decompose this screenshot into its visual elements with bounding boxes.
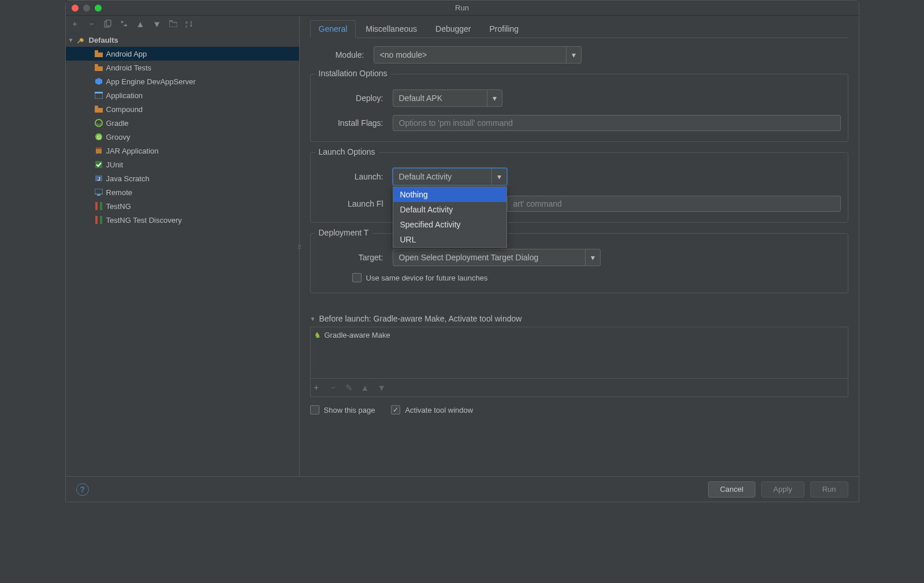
svg-rect-20: [95, 202, 98, 210]
move-up-icon[interactable]: ▲: [136, 19, 145, 29]
tree-item-testng[interactable]: TestNG: [66, 199, 299, 213]
tree-root-defaults[interactable]: ▼ Defaults: [66, 33, 299, 47]
launch-option-default-activity[interactable]: Default Activity: [393, 202, 506, 217]
svg-point-10: [95, 119, 102, 126]
tree-item-testng-test-discovery[interactable]: TestNG Test Discovery: [66, 213, 299, 227]
zoom-window-icon[interactable]: [95, 5, 102, 12]
tree-item-android-app[interactable]: Android App: [66, 47, 299, 61]
module-select[interactable]: <no module> ▾: [374, 46, 582, 63]
tree-item-label: Gradle: [106, 119, 129, 128]
run-configurations-dialog: Run ＋ － ▲ ▼ az ▼ Defaults Android AppAnd…: [65, 0, 859, 502]
sort-alpha-icon[interactable]: az: [185, 20, 193, 28]
chevron-down-icon: ▾: [487, 90, 502, 106]
folder-icon[interactable]: [169, 20, 177, 27]
svg-rect-5: [95, 64, 98, 66]
tab-bar: General Miscellaneous Debugger Profiling: [310, 20, 848, 38]
svg-text:J: J: [98, 176, 100, 182]
tree-item-gradle[interactable]: Gradle: [66, 116, 299, 130]
task-row[interactable]: ♞ Gradle-aware Make: [311, 327, 848, 342]
svg-rect-21: [100, 202, 102, 210]
show-page-label: Show this page: [324, 406, 375, 414]
svg-rect-4: [95, 50, 98, 52]
dialog-footer: ? Cancel Apply Run: [66, 476, 859, 502]
move-down-icon[interactable]: ▼: [152, 19, 161, 29]
installation-options-group: Installation Options Deploy: Default APK…: [310, 74, 848, 142]
before-launch-header: Before launch: Gradle-aware Make, Activa…: [319, 314, 521, 323]
launch-option-nothing[interactable]: Nothing: [393, 187, 506, 202]
add-task-icon[interactable]: ＋: [312, 382, 321, 393]
close-window-icon[interactable]: [72, 5, 79, 12]
sidebar-toolbar: ＋ － ▲ ▼ az: [66, 16, 299, 32]
tree-item-groovy[interactable]: GGroovy: [66, 130, 299, 144]
install-flags-input[interactable]: [393, 115, 841, 131]
same-device-checkbox[interactable]: [352, 273, 362, 282]
edit-task-icon: ✎: [345, 382, 353, 393]
svg-rect-14: [96, 147, 102, 149]
tree-item-compound[interactable]: Compound: [66, 102, 299, 116]
remove-config-icon[interactable]: －: [87, 18, 96, 29]
jar-icon: [94, 147, 104, 155]
before-launch-task-list[interactable]: ♞ Gradle-aware Make: [310, 327, 848, 379]
splitter-handle[interactable]: ⠿: [297, 246, 301, 249]
launch-flags-input[interactable]: [507, 196, 841, 212]
expand-arrow-icon[interactable]: ▼: [68, 37, 76, 43]
launch-flags-label: Launch Fl: [318, 199, 393, 208]
titlebar: Run: [66, 1, 859, 16]
tree-item-label: Remote: [106, 188, 133, 197]
tree-item-label: JAR Application: [106, 147, 159, 155]
deployment-target-group: Deployment T Target: Open Select Deploym…: [310, 233, 848, 293]
launch-option-specified-activity[interactable]: Specified Activity: [393, 217, 506, 232]
launch-option-url[interactable]: URL: [393, 232, 506, 247]
task-label: Gradle-aware Make: [325, 331, 390, 339]
tree-item-junit[interactable]: JUnit: [66, 158, 299, 171]
launch-select[interactable]: Default Activity ▾: [393, 168, 507, 185]
add-config-icon[interactable]: ＋: [70, 18, 79, 29]
svg-rect-18: [95, 189, 103, 194]
tree-root-label: Defaults: [89, 36, 118, 44]
tree-item-label: Java Scratch: [106, 174, 150, 183]
installation-legend: Installation Options: [315, 69, 391, 78]
config-tree[interactable]: ▼ Defaults Android AppAndroid TestsApp E…: [66, 32, 299, 476]
tab-general[interactable]: General: [310, 20, 356, 38]
tab-debugger[interactable]: Debugger: [427, 20, 480, 38]
apply-button: Apply: [761, 481, 804, 498]
target-select[interactable]: Open Select Deployment Target Dialog ▾: [393, 249, 601, 266]
appengine-icon: [94, 77, 104, 85]
module-label: Module:: [310, 50, 374, 59]
testng-icon: [94, 202, 104, 210]
show-page-checkbox[interactable]: [310, 405, 319, 414]
tree-item-label: Android Tests: [106, 63, 152, 72]
tab-profiling[interactable]: Profiling: [481, 20, 528, 38]
svg-rect-13: [96, 148, 102, 154]
tree-item-application[interactable]: Application: [66, 88, 299, 102]
activate-window-checkbox[interactable]: [391, 405, 400, 414]
settings-icon[interactable]: [120, 20, 128, 28]
tree-item-jar-application[interactable]: JAR Application: [66, 144, 299, 158]
svg-rect-8: [95, 92, 103, 94]
folder-orange-icon: [94, 50, 104, 57]
folder-orange-icon: [94, 64, 104, 71]
activate-window-label: Activate tool window: [405, 406, 473, 414]
chevron-down-icon: ▾: [491, 169, 506, 185]
launch-legend: Launch Options: [315, 147, 379, 156]
collapse-arrow-icon[interactable]: ▼: [310, 316, 316, 322]
svg-rect-15: [95, 161, 102, 168]
tree-item-android-tests[interactable]: Android Tests: [66, 61, 299, 74]
remove-task-icon: －: [329, 382, 337, 393]
launch-label: Launch:: [318, 172, 393, 181]
tree-item-java-scratch[interactable]: JJava Scratch: [66, 171, 299, 185]
cancel-button[interactable]: Cancel: [708, 481, 755, 498]
config-tree-sidebar: ＋ － ▲ ▼ az ▼ Defaults Android AppAndroid…: [66, 16, 300, 476]
help-icon[interactable]: ?: [76, 483, 89, 496]
wrench-icon: [76, 36, 87, 44]
java-icon: J: [94, 174, 104, 182]
copy-config-icon[interactable]: [104, 20, 112, 28]
deploy-label: Deploy:: [318, 94, 393, 103]
tree-item-remote[interactable]: Remote: [66, 185, 299, 199]
install-flags-label: Install Flags:: [318, 118, 393, 128]
deploy-select[interactable]: Default APK ▾: [393, 89, 502, 107]
tab-miscellaneous[interactable]: Miscellaneous: [357, 20, 426, 38]
tree-item-app-engine-devappserver[interactable]: App Engine DevAppServer: [66, 74, 299, 88]
testng-icon: [94, 216, 104, 224]
config-editor: ⠿ General Miscellaneous Debugger Profili…: [300, 16, 859, 476]
